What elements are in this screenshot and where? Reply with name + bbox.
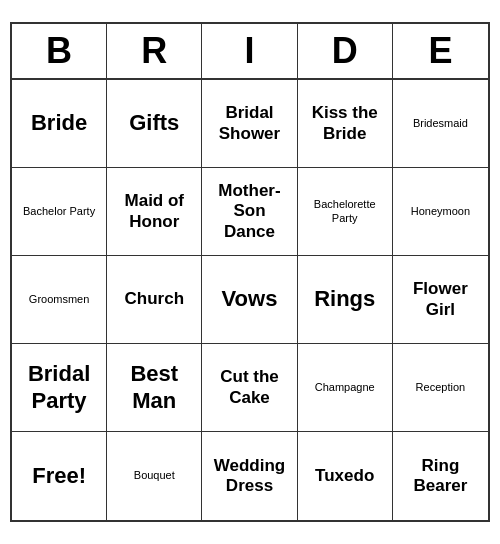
bingo-cell-7[interactable]: Mother-Son Dance xyxy=(202,168,297,256)
cell-text: Church xyxy=(125,289,185,309)
bingo-cell-0[interactable]: Bride xyxy=(12,80,107,168)
cell-text: Bridal Party xyxy=(16,361,102,414)
bingo-cell-2[interactable]: Bridal Shower xyxy=(202,80,297,168)
cell-text: Tuxedo xyxy=(315,466,374,486)
header-row: BRIDE xyxy=(12,24,488,80)
bingo-cell-3[interactable]: Kiss the Bride xyxy=(298,80,393,168)
cell-text: Best Man xyxy=(111,361,197,414)
bingo-cell-11[interactable]: Church xyxy=(107,256,202,344)
header-letter-d: D xyxy=(298,24,393,78)
bingo-cell-18[interactable]: Champagne xyxy=(298,344,393,432)
header-letter-e: E xyxy=(393,24,488,78)
bingo-cell-24[interactable]: Ring Bearer xyxy=(393,432,488,520)
bingo-cell-16[interactable]: Best Man xyxy=(107,344,202,432)
cell-text: Kiss the Bride xyxy=(302,103,388,144)
bingo-cell-12[interactable]: Vows xyxy=(202,256,297,344)
cell-text: Bachelorette Party xyxy=(302,198,388,224)
cell-text: Flower Girl xyxy=(397,279,484,320)
bingo-cell-9[interactable]: Honeymoon xyxy=(393,168,488,256)
cell-text: Rings xyxy=(314,286,375,312)
cell-text: Wedding Dress xyxy=(206,456,292,497)
cell-text: Bouquet xyxy=(134,469,175,482)
cell-text: Gifts xyxy=(129,110,179,136)
bingo-cell-1[interactable]: Gifts xyxy=(107,80,202,168)
cell-text: Cut the Cake xyxy=(206,367,292,408)
cell-text: Honeymoon xyxy=(411,205,470,218)
bingo-cell-5[interactable]: Bachelor Party xyxy=(12,168,107,256)
cell-text: Maid of Honor xyxy=(111,191,197,232)
bingo-cell-20[interactable]: Free! xyxy=(12,432,107,520)
bingo-card: BRIDE BrideGiftsBridal ShowerKiss the Br… xyxy=(10,22,490,522)
bingo-cell-4[interactable]: Bridesmaid xyxy=(393,80,488,168)
cell-text: Bridesmaid xyxy=(413,117,468,130)
cell-text: Ring Bearer xyxy=(397,456,484,497)
bingo-cell-8[interactable]: Bachelorette Party xyxy=(298,168,393,256)
cell-text: Champagne xyxy=(315,381,375,394)
cell-text: Vows xyxy=(222,286,278,312)
header-letter-r: R xyxy=(107,24,202,78)
cell-text: Bride xyxy=(31,110,87,136)
cell-text: Mother-Son Dance xyxy=(206,181,292,242)
header-letter-i: I xyxy=(202,24,297,78)
bingo-cell-14[interactable]: Flower Girl xyxy=(393,256,488,344)
bingo-cell-19[interactable]: Reception xyxy=(393,344,488,432)
bingo-cell-21[interactable]: Bouquet xyxy=(107,432,202,520)
bingo-cell-22[interactable]: Wedding Dress xyxy=(202,432,297,520)
bingo-grid: BrideGiftsBridal ShowerKiss the BrideBri… xyxy=(12,80,488,520)
cell-text: Free! xyxy=(32,463,86,489)
header-letter-b: B xyxy=(12,24,107,78)
cell-text: Bridal Shower xyxy=(219,103,280,144)
cell-text: Groomsmen xyxy=(29,293,90,306)
cell-text: Bachelor Party xyxy=(23,205,95,218)
bingo-cell-17[interactable]: Cut the Cake xyxy=(202,344,297,432)
bingo-cell-23[interactable]: Tuxedo xyxy=(298,432,393,520)
bingo-cell-13[interactable]: Rings xyxy=(298,256,393,344)
bingo-cell-10[interactable]: Groomsmen xyxy=(12,256,107,344)
bingo-cell-15[interactable]: Bridal Party xyxy=(12,344,107,432)
cell-text: Reception xyxy=(416,381,466,394)
bingo-cell-6[interactable]: Maid of Honor xyxy=(107,168,202,256)
